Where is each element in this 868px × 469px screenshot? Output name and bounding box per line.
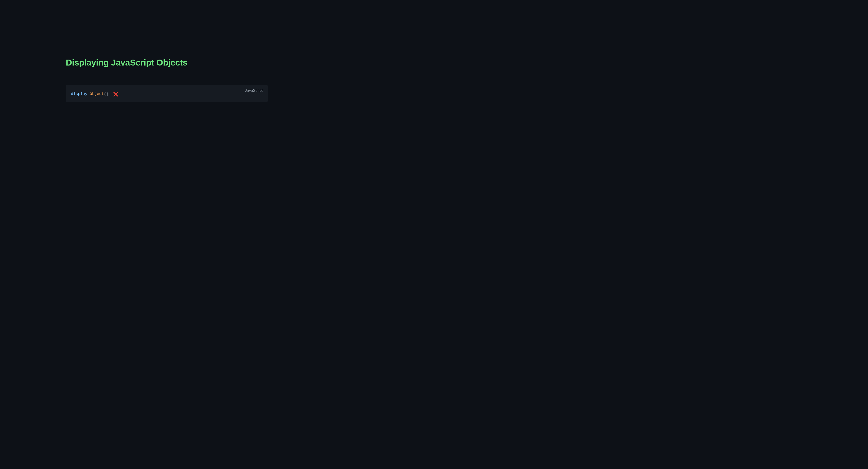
code-token-space: [87, 91, 90, 97]
code-token-keyword: display: [71, 91, 87, 97]
slide-content: Displaying JavaScript Objects display Ob…: [66, 0, 268, 102]
code-language-badge: JavaScript: [245, 89, 263, 93]
code-token-class: Object: [90, 91, 104, 97]
page-title: Displaying JavaScript Objects: [66, 58, 268, 68]
code-token-space: [108, 91, 111, 97]
code-block: display Object() ❌ JavaScript: [66, 85, 268, 102]
cross-mark-icon: ❌: [113, 91, 118, 97]
code-token-parens: (): [104, 91, 108, 97]
code-line: display Object() ❌: [71, 89, 118, 97]
